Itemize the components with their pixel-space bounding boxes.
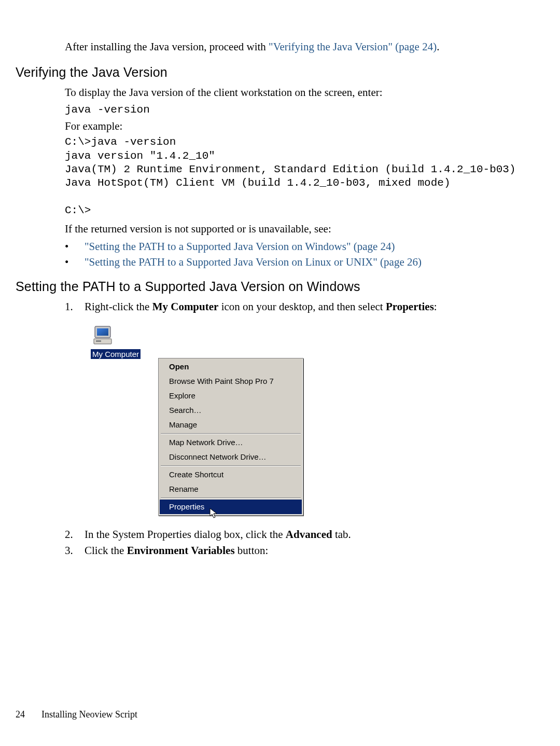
s1-p2: If the returned version is not supported… xyxy=(65,222,529,236)
bullet-list: • "Setting the PATH to a Supported Java … xyxy=(65,239,529,270)
for-example-label: For example: xyxy=(65,119,529,133)
menu-create-shortcut[interactable]: Create Shortcut xyxy=(160,467,302,482)
svg-rect-2 xyxy=(97,328,108,336)
bullet-dot: • xyxy=(65,255,85,269)
code-java-version-cmd: java -version xyxy=(65,103,529,117)
page-footer: 24 Installing Neoview Script xyxy=(16,709,137,720)
step-2: 2. In the System Properties dialog box, … xyxy=(65,527,529,542)
menu-separator xyxy=(161,465,301,466)
intro-prefix: After installing the Java version, proce… xyxy=(65,40,269,53)
svg-rect-4 xyxy=(96,340,101,342)
menu-disconnect-drive[interactable]: Disconnect Network Drive… xyxy=(160,450,302,464)
context-menu-figure: My Computer Open Browse With Paint Shop … xyxy=(91,325,529,516)
menu-separator xyxy=(161,498,301,499)
my-computer-icon xyxy=(92,325,116,346)
numbered-list-cont: 2. In the System Properties dialog box, … xyxy=(65,527,529,558)
bullet-link-unix[interactable]: "Setting the PATH to a Supported Java Ve… xyxy=(85,255,422,269)
step-text: In the System Properties dialog box, cli… xyxy=(85,527,351,542)
step-text: Click the Environment Variables button: xyxy=(85,543,268,558)
step-text: Right-click the My Computer icon on your… xyxy=(85,299,437,314)
step-number: 1. xyxy=(65,299,85,314)
heading-verifying-java-version: Verifying the Java Version xyxy=(16,65,560,80)
heading-setting-path-windows: Setting the PATH to a Supported Java Ver… xyxy=(16,279,560,294)
menu-search[interactable]: Search… xyxy=(160,403,302,418)
bullet-item: • "Setting the PATH to a Supported Java … xyxy=(65,239,529,254)
step-number: 3. xyxy=(65,543,85,558)
code-java-version-output: C:\>java -version java version "1.4.2_10… xyxy=(65,135,529,217)
menu-separator xyxy=(161,433,301,434)
bullet-link-windows[interactable]: "Setting the PATH to a Supported Java Ve… xyxy=(85,239,395,254)
menu-rename[interactable]: Rename xyxy=(160,482,302,496)
bullet-dot: • xyxy=(65,239,85,254)
s1-p1: To display the Java version of the clien… xyxy=(65,85,529,100)
intro-link[interactable]: "Verifying the Java Version" (page 24) xyxy=(269,40,437,53)
menu-properties[interactable]: Properties xyxy=(160,500,302,514)
numbered-list: 1. Right-click the My Computer icon on y… xyxy=(65,299,529,314)
intro-suffix: . xyxy=(437,40,439,53)
step-1: 1. Right-click the My Computer icon on y… xyxy=(65,299,529,314)
step-number: 2. xyxy=(65,527,85,542)
footer-title: Installing Neoview Script xyxy=(41,709,137,720)
cursor-icon xyxy=(209,508,219,519)
menu-manage[interactable]: Manage xyxy=(160,418,302,432)
menu-browse-psp[interactable]: Browse With Paint Shop Pro 7 xyxy=(160,374,302,389)
bullet-item: • "Setting the PATH to a Supported Java … xyxy=(65,255,529,269)
step-3: 3. Click the Environment Variables butto… xyxy=(65,543,529,558)
intro-paragraph: After installing the Java version, proce… xyxy=(65,39,529,54)
my-computer-label[interactable]: My Computer xyxy=(91,349,141,359)
page-number: 24 xyxy=(16,709,30,720)
menu-open[interactable]: Open xyxy=(160,360,302,374)
context-menu: Open Browse With Paint Shop Pro 7 Explor… xyxy=(158,358,303,516)
menu-explore[interactable]: Explore xyxy=(160,389,302,403)
menu-map-drive[interactable]: Map Network Drive… xyxy=(160,435,302,450)
